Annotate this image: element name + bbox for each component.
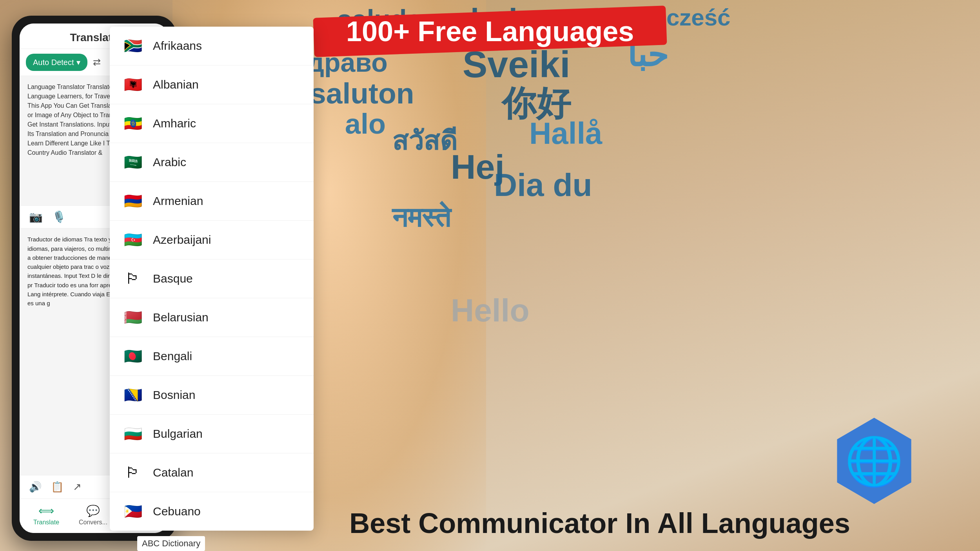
language-option-albanian[interactable]: 🇦🇱 Albanian (110, 65, 314, 104)
flag-amharic: 🇪🇹 (122, 113, 143, 134)
share-icon[interactable]: ↗ (73, 481, 82, 493)
language-option-armenian[interactable]: 🇦🇲 Armenian (110, 182, 314, 221)
flag-cebuano: 🇵🇭 (122, 501, 143, 522)
word-diadu: Dia du (494, 167, 592, 203)
word-czesc: cześć (666, 4, 730, 31)
tagline-text: Best Communicator In All Languages (349, 508, 850, 539)
promo-banner-text: 100+ Free Languages (346, 15, 634, 47)
swap-icon: ⇄ (93, 57, 101, 67)
language-option-cebuano[interactable]: 🇵🇭 Cebuano (110, 492, 314, 531)
flag-afrikaans: 🇿🇦 (122, 35, 143, 56)
translate-nav-label: Translate (33, 519, 59, 526)
language-option-basque[interactable]: 🏳 Basque (110, 259, 314, 298)
language-option-azerbaijani[interactable]: 🇦🇿 Azerbaijani (110, 221, 314, 259)
flag-catalan: 🏳 (122, 462, 143, 483)
swap-languages-button[interactable]: ⇄ (91, 54, 103, 70)
language-option-arabic[interactable]: 🇸🇦 Arabic (110, 143, 314, 182)
flag-belarusian: 🇧🇾 (122, 307, 143, 328)
language-dropdown: 🇿🇦 Afrikaans 🇦🇱 Albanian 🇪🇹 Amharic 🇸🇦 A… (110, 27, 314, 531)
lang-name-bulgarian: Bulgarian (153, 427, 203, 440)
language-option-catalan[interactable]: 🏳 Catalan (110, 453, 314, 492)
abc-dictionary-label: ABC Dictionary (137, 536, 205, 551)
word-sawasdi: สวัสดี (392, 120, 457, 162)
word-namaste: नमस्ते (392, 202, 450, 234)
word-hello: Hello (451, 292, 529, 329)
word-alo: alo (345, 108, 386, 140)
flag-bulgarian: 🇧🇬 (122, 423, 143, 444)
flag-armenian: 🇦🇲 (122, 190, 143, 212)
lang-name-azerbaijani: Azerbaijani (153, 233, 211, 246)
auto-detect-button[interactable]: Auto Detect ▾ (26, 54, 87, 71)
flag-arabic: 🇸🇦 (122, 152, 143, 173)
lang-name-cebuano: Cebuano (153, 505, 201, 518)
language-option-bulgarian[interactable]: 🇧🇬 Bulgarian (110, 415, 314, 453)
lang-name-catalan: Catalan (153, 466, 193, 479)
translate-nav-icon: ⟺ (38, 504, 54, 517)
speaker-icon[interactable]: 🔊 (29, 481, 42, 493)
abc-dictionary-text: ABC Dictionary (142, 538, 200, 548)
nav-item-translate[interactable]: ⟺ Translate (33, 504, 59, 526)
language-option-bosnian[interactable]: 🇧🇦 Bosnian (110, 376, 314, 415)
lang-name-armenian: Armenian (153, 194, 203, 208)
flag-albanian: 🇦🇱 (122, 74, 143, 95)
lang-name-amharic: Amharic (153, 117, 196, 130)
flag-bosnian: 🇧🇦 (122, 384, 143, 406)
lang-name-albanian: Albanian (153, 78, 199, 91)
lang-name-bengali: Bengali (153, 350, 192, 363)
nav-item-conversation[interactable]: 💬 Convers... (79, 504, 107, 526)
dropdown-arrow-icon: ▾ (76, 58, 80, 67)
language-option-bengali[interactable]: 🇧🇩 Bengali (110, 337, 314, 376)
flag-basque: 🏳 (122, 268, 143, 289)
language-option-belarusian[interactable]: 🇧🇾 Belarusian (110, 298, 314, 337)
lang-name-arabic: Arabic (153, 156, 186, 169)
auto-detect-label: Auto Detect (33, 58, 74, 67)
language-option-amharic[interactable]: 🇪🇹 Amharic (110, 104, 314, 143)
conversation-nav-label: Convers... (79, 519, 107, 526)
microphone-icon[interactable]: 🎙️ (52, 210, 66, 223)
word-halla: Hallå (529, 116, 602, 151)
lang-name-bosnian: Bosnian (153, 388, 195, 402)
lang-name-belarusian: Belarusian (153, 311, 209, 324)
conversation-nav-icon: 💬 (86, 504, 100, 517)
copy-icon[interactable]: 📋 (51, 481, 64, 493)
globe-emoji: 🌐 (845, 437, 904, 484)
lang-name-afrikaans: Afrikaans (153, 39, 202, 53)
flag-azerbaijani: 🇦🇿 (122, 229, 143, 250)
lang-name-basque: Basque (153, 272, 193, 285)
flag-bengali: 🇧🇩 (122, 346, 143, 367)
camera-icon[interactable]: 📷 (29, 210, 43, 223)
language-option-afrikaans[interactable]: 🇿🇦 Afrikaans (110, 27, 314, 65)
bottom-tagline: Best Communicator In All Languages (220, 507, 980, 539)
word-saluton: saluton (310, 76, 414, 110)
